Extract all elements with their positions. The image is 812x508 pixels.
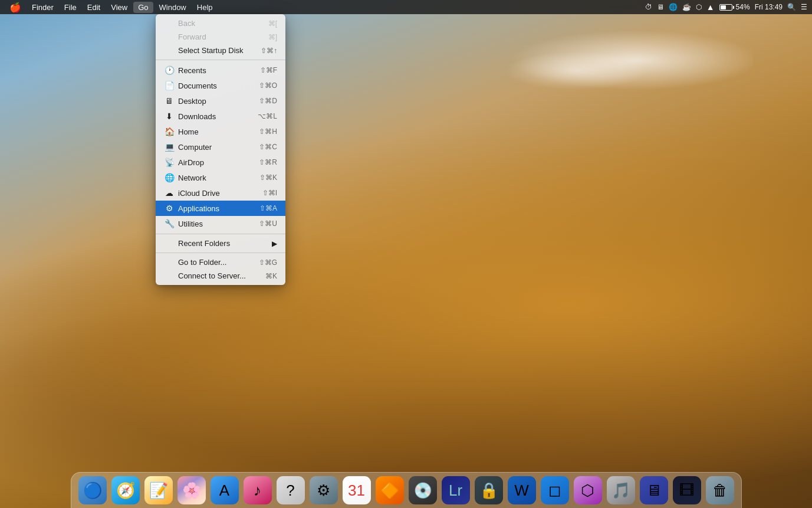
dock-item-prefs[interactable]: ⚙	[308, 475, 339, 506]
menubar-help[interactable]: Help	[192, 2, 218, 13]
dock-item-icon-appstore: A	[211, 476, 239, 504]
battery-indicator: 54%	[719, 3, 750, 11]
menu-item-recents[interactable]: 🕐Recents⇧⌘F	[156, 63, 285, 78]
menu-item-label-utilities: Utilities	[178, 219, 259, 228]
menu-item-startup[interactable]: Select Startup Disk⇧⌘↑	[156, 44, 285, 57]
dock-item-icon-lock: 🔒	[475, 476, 503, 504]
dock-item-dvd[interactable]: 💿	[407, 475, 438, 506]
menubar-edit[interactable]: Edit	[83, 2, 105, 13]
menubar-view[interactable]: View	[106, 2, 132, 13]
menu-item-icloud[interactable]: ☁iCloud Drive⇧⌘I	[156, 185, 285, 201]
menu-shortcut-forward: ⌘]	[268, 33, 277, 41]
menu-item-label-recent_folders: Recent Folders	[178, 239, 272, 248]
dock-item-icon-film: 🎞	[673, 476, 701, 504]
desktop-background	[0, 0, 812, 508]
menu-item-go_to_folder[interactable]: Go to Folder...⇧⌘G	[156, 255, 285, 269]
coffee-icon[interactable]: ☕	[682, 3, 691, 11]
menubar-right: ⏱ 🖥 🌐 ☕ ⬡ ▲ 54% Fri 13:49 🔍 ☰	[645, 2, 807, 12]
utilities-icon: 🔧	[164, 218, 175, 229]
dock-item-lr[interactable]: Lr	[440, 475, 471, 506]
clouds-overlay	[458, 18, 753, 124]
wifi-icon[interactable]: ▲	[706, 2, 715, 12]
menubar-finder[interactable]: Finder	[27, 2, 58, 13]
dock-item-itunes[interactable]: ♪	[242, 475, 273, 506]
dock-item-icon-safari: 🧭	[111, 476, 140, 504]
dock-item-icon-finder: 🔵	[78, 476, 107, 504]
menu-item-applications[interactable]: ⚙Applications⇧⌘A	[156, 201, 285, 216]
dock-item-film[interactable]: 🎞	[672, 475, 702, 506]
menu-shortcut-downloads: ⌥⌘L	[258, 112, 277, 120]
display-icon[interactable]: 🖥	[657, 3, 664, 11]
menu-separator	[156, 60, 285, 60]
menu-item-desktop[interactable]: 🖥Desktop⇧⌘D	[156, 93, 285, 109]
menu-item-label-computer: Computer	[178, 143, 259, 152]
menu-shortcut-computer: ⇧⌘C	[259, 143, 277, 151]
menu-shortcut-applications: ⇧⌘A	[259, 204, 277, 212]
battery-percent: 54%	[736, 3, 750, 11]
dock-item-icon-notes: 📝	[144, 476, 173, 504]
dock-item-safari[interactable]: 🧭	[110, 475, 141, 506]
dock-item-appstore[interactable]: A	[209, 475, 240, 506]
datetime[interactable]: Fri 13:49	[755, 3, 783, 11]
browser-ext-icon[interactable]: 🌐	[669, 3, 678, 11]
apple-menu[interactable]: 🍎	[5, 2, 26, 13]
dock-item-icon-audio: 🎵	[607, 476, 635, 504]
dock-item-notes[interactable]: 📝	[143, 475, 174, 506]
menu-separator	[156, 253, 285, 253]
menu-item-recent_folders[interactable]: Recent Folders▶	[156, 237, 285, 250]
menu-shortcut-go_to_folder: ⇧⌘G	[259, 258, 277, 267]
spotlight-icon[interactable]: 🔍	[787, 3, 796, 11]
menu-item-label-startup: Select Startup Disk	[178, 46, 261, 55]
menu-item-label-applications: Applications	[178, 204, 259, 213]
menu-item-home[interactable]: 🏠Home⇧⌘H	[156, 124, 285, 139]
dock: 🔵🧭📝🌸A♪?⚙31🔶💿Lr🔒W◻⬡🎵🖥🎞🗑	[71, 472, 742, 508]
dock-item-icon-itunes: ♪	[244, 476, 272, 504]
menu-item-label-forward: Forward	[178, 32, 268, 41]
menubar: 🍎 Finder File Edit View Go Window Help ⏱…	[0, 0, 812, 14]
menu-shortcut-startup: ⇧⌘↑	[261, 47, 277, 55]
menu-item-downloads[interactable]: ⬇Downloads⌥⌘L	[156, 109, 285, 124]
dock-item-icon-word: W	[508, 476, 536, 504]
menubar-left: 🍎 Finder File Edit View Go Window Help	[5, 2, 218, 13]
dock-item-photos[interactable]: 🌸	[176, 475, 207, 506]
menu-item-utilities[interactable]: 🔧Utilities⇧⌘U	[156, 216, 285, 231]
dock-item-audio[interactable]: 🎵	[606, 475, 636, 506]
dock-item-icon-prefs: ⚙	[310, 476, 338, 504]
dock-item-icon-trash: 🗑	[706, 476, 734, 504]
menu-item-connect_server[interactable]: Connect to Server...⌘K	[156, 269, 285, 283]
home-icon: 🏠	[164, 126, 175, 137]
menu-item-label-network: Network	[178, 173, 259, 182]
menu-shortcut-home: ⇧⌘H	[259, 127, 277, 136]
menu-item-documents[interactable]: 📄Documents⇧⌘O	[156, 78, 285, 93]
recents-icon: 🕐	[164, 65, 175, 76]
menu-item-label-airdrop: AirDrop	[178, 158, 259, 167]
go-menu-dropdown: Back⌘[Forward⌘]Select Startup Disk⇧⌘↑🕐Re…	[156, 14, 285, 285]
network-icon: 🌐	[164, 172, 175, 183]
control-center-icon[interactable]: ☰	[801, 3, 807, 11]
time-machine-icon[interactable]: ⏱	[645, 3, 652, 11]
menu-item-computer[interactable]: 💻Computer⇧⌘C	[156, 139, 285, 155]
dock-item-lock[interactable]: 🔒	[474, 475, 504, 506]
menu-item-airdrop[interactable]: 📡AirDrop⇧⌘R	[156, 155, 285, 170]
menu-shortcut-recents: ⇧⌘F	[260, 66, 277, 74]
menu-shortcut-airdrop: ⇧⌘R	[259, 158, 277, 166]
dock-item-screen[interactable]: 🖥	[639, 475, 669, 506]
dock-item-dropbox[interactable]: ◻	[540, 475, 570, 506]
menubar-go[interactable]: Go	[133, 2, 153, 13]
dock-item-help[interactable]: ?	[275, 475, 306, 506]
dock-item-finder[interactable]: 🔵	[77, 475, 108, 506]
bluetooth-icon[interactable]: ⬡	[696, 3, 702, 11]
dock-item-trash[interactable]: 🗑	[705, 475, 735, 506]
menubar-window[interactable]: Window	[154, 2, 191, 13]
menubar-file[interactable]: File	[60, 2, 81, 13]
dock-item-calendar[interactable]: 31	[341, 475, 372, 506]
dock-item-word[interactable]: W	[507, 475, 537, 506]
dock-item-connect[interactable]: ⬡	[573, 475, 603, 506]
menu-item-label-recents: Recents	[178, 66, 260, 75]
dock-item-vlc[interactable]: 🔶	[374, 475, 405, 506]
menu-item-label-desktop: Desktop	[178, 97, 259, 106]
dock-item-icon-calendar: 31	[343, 476, 371, 504]
menu-item-network[interactable]: 🌐Network⇧⌘K	[156, 170, 285, 185]
dock-item-icon-lr: Lr	[442, 476, 470, 504]
menu-item-label-documents: Documents	[178, 81, 259, 90]
